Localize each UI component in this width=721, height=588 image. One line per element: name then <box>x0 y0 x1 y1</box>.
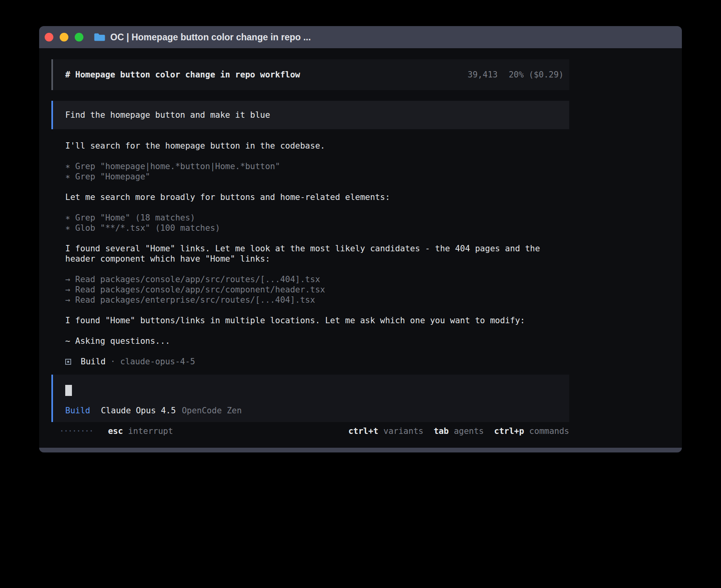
hint-commands: ctrl+p commands <box>494 426 569 436</box>
assistant-text: I found "Home" buttons/links in multiple… <box>65 315 567 326</box>
input-agent-label: Build <box>65 405 90 416</box>
assistant-text: I found several "Home" links. Let me loo… <box>65 243 567 264</box>
ctrl-p-key: ctrl+p <box>494 426 524 436</box>
tool-call-read: → Read packages/console/app/src/componen… <box>65 285 569 295</box>
session-stats: 39,413 20% ($0.29) <box>468 70 564 80</box>
agent-status: Build · claude-opus-4-5 <box>65 356 569 367</box>
ctrl-t-key: ctrl+t <box>348 426 378 436</box>
token-count: 39,413 <box>468 70 498 80</box>
assistant-text: Let me search more broadly for buttons a… <box>65 192 567 202</box>
tool-call-read: → Read packages/console/app/src/routes/[… <box>65 274 569 285</box>
tab-key: tab <box>434 426 449 436</box>
session-header: # Homepage button color change in repo w… <box>51 59 569 90</box>
terminal-window: OC | Homepage button color change in rep… <box>39 26 682 452</box>
tool-call-grep: ∗ Grep "Homepage" <box>65 172 569 182</box>
session-title: # Homepage button color change in repo w… <box>65 70 468 80</box>
esc-key: esc <box>108 426 123 436</box>
conversation: I'll search for the homepage button in t… <box>51 141 569 367</box>
tool-call-read: → Read packages/enterprise/src/routes/[.… <box>65 295 569 305</box>
tool-call-grep: ∗ Grep "Home" (18 matches) <box>65 213 569 223</box>
window-title: OC | Homepage button color change in rep… <box>110 32 311 43</box>
titlebar: OC | Homepage button color change in rep… <box>39 26 682 48</box>
agent-name: Build <box>81 356 106 367</box>
progress-dots: ········ <box>59 426 93 436</box>
esc-label: interrupt <box>128 426 173 436</box>
agents-label: agents <box>454 426 484 436</box>
user-message: Find the homepage button and make it blu… <box>51 101 569 129</box>
close-button[interactable] <box>45 33 53 41</box>
folder-icon <box>94 32 106 42</box>
hint-agents: tab agents <box>434 426 484 436</box>
assistant-status-text: ~ Asking questions... <box>65 336 567 346</box>
input-meta: Build Claude Opus 4.5 OpenCode Zen <box>65 405 569 416</box>
input-provider-label: OpenCode Zen <box>182 405 242 416</box>
agent-model: claude-opus-4-5 <box>120 356 195 367</box>
status-right: ctrl+t variants tab agents ctrl+p comman… <box>348 426 569 436</box>
prompt-input-area[interactable]: Build Claude Opus 4.5 OpenCode Zen <box>51 375 569 422</box>
status-bar: ········ esc interrupt ctrl+t variants t… <box>51 426 569 436</box>
tool-call-glob: ∗ Glob "**/*.tsx" (100 matches) <box>65 223 569 233</box>
assistant-text: I'll search for the homepage button in t… <box>65 141 567 151</box>
window-bottom-edge <box>39 448 682 452</box>
agent-icon <box>65 359 71 365</box>
variants-label: variants <box>383 426 423 436</box>
context-cost: 20% ($0.29) <box>509 70 564 80</box>
text-cursor <box>65 385 72 396</box>
minimize-button[interactable] <box>60 33 68 41</box>
desktop: OC | Homepage button color change in rep… <box>0 0 721 588</box>
commands-label: commands <box>529 426 569 436</box>
status-left: ········ esc interrupt <box>59 426 173 436</box>
input-model-label: Claude Opus 4.5 <box>101 405 176 416</box>
hint-variants: ctrl+t variants <box>348 426 423 436</box>
tool-call-grep: ∗ Grep "homepage|home.*button|Home.*butt… <box>65 161 569 172</box>
maximize-button[interactable] <box>75 33 83 41</box>
agent-separator: · <box>110 356 115 367</box>
user-message-text: Find the homepage button and make it blu… <box>65 110 270 120</box>
session-content: # Homepage button color change in repo w… <box>51 48 569 436</box>
